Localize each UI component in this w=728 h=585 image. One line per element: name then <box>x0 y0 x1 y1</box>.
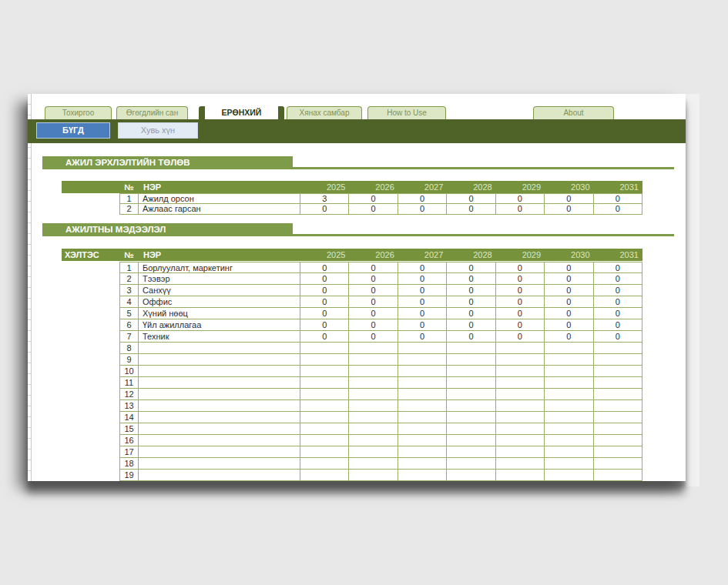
value-cell[interactable]: 0 <box>349 296 398 307</box>
value-cell[interactable] <box>398 389 447 399</box>
value-cell[interactable] <box>300 470 349 480</box>
value-cell[interactable] <box>349 446 398 457</box>
row-number-cell[interactable]: 9 <box>119 354 139 365</box>
value-cell[interactable] <box>545 423 593 434</box>
value-cell[interactable] <box>447 412 495 423</box>
value-cell[interactable]: 0 <box>398 204 447 214</box>
value-cell[interactable]: 0 <box>349 204 398 214</box>
value-cell[interactable]: 0 <box>447 204 495 214</box>
row-name-cell[interactable]: Борлуулалт, маркетинг <box>139 262 300 272</box>
value-cell[interactable] <box>447 470 495 480</box>
row-name-cell[interactable] <box>139 400 300 411</box>
value-cell[interactable] <box>300 389 349 399</box>
row-name-cell[interactable] <box>139 423 300 434</box>
value-cell[interactable]: 0 <box>447 308 495 319</box>
row-number-cell[interactable]: 17 <box>119 446 139 457</box>
sheet-tab-1[interactable]: Өгөгдлийн сан <box>116 106 188 119</box>
value-cell[interactable] <box>545 400 593 411</box>
value-cell[interactable] <box>447 366 495 376</box>
value-cell[interactable] <box>300 400 349 411</box>
row-name-cell[interactable] <box>139 446 300 457</box>
row-number-cell[interactable]: 2 <box>119 204 139 214</box>
value-cell[interactable] <box>398 354 447 365</box>
value-cell[interactable] <box>398 470 447 480</box>
row-number-cell[interactable]: 14 <box>119 412 139 423</box>
value-cell[interactable]: 0 <box>300 204 349 214</box>
row-number-cell[interactable]: 11 <box>119 377 139 388</box>
value-cell[interactable] <box>545 343 593 353</box>
value-cell[interactable] <box>447 389 495 399</box>
row-number-cell[interactable]: 4 <box>119 296 139 307</box>
value-cell[interactable]: 0 <box>496 296 545 307</box>
row-name-cell[interactable]: Үйл ажиллагаа <box>139 319 300 330</box>
value-cell[interactable]: 0 <box>545 262 593 272</box>
value-cell[interactable] <box>349 389 398 399</box>
value-cell[interactable] <box>594 377 642 388</box>
value-cell[interactable] <box>447 423 495 434</box>
value-cell[interactable] <box>594 366 642 376</box>
value-cell[interactable] <box>398 366 447 376</box>
value-cell[interactable]: 0 <box>447 273 495 284</box>
row-number-cell[interactable]: 19 <box>119 470 139 480</box>
value-cell[interactable] <box>594 458 642 469</box>
value-cell[interactable] <box>594 446 642 457</box>
row-name-cell[interactable]: Ажилд орсон <box>139 194 300 203</box>
value-cell[interactable] <box>398 446 447 457</box>
value-cell[interactable]: 0 <box>545 331 593 342</box>
value-cell[interactable]: 0 <box>300 331 349 342</box>
sheet-tab-2[interactable]: ЕРӨНХИЙ <box>199 106 284 120</box>
value-cell[interactable]: 0 <box>594 273 642 284</box>
value-cell[interactable]: 0 <box>594 319 642 330</box>
value-cell[interactable] <box>447 377 495 388</box>
value-cell[interactable] <box>447 435 495 446</box>
row-name-cell[interactable] <box>139 458 300 469</box>
value-cell[interactable] <box>349 343 398 353</box>
value-cell[interactable] <box>594 470 642 480</box>
row-name-cell[interactable]: Санхүү <box>139 285 300 296</box>
row-number-cell[interactable]: 13 <box>119 400 139 411</box>
value-cell[interactable]: 0 <box>300 296 349 307</box>
value-cell[interactable]: 0 <box>594 204 642 214</box>
row-name-cell[interactable] <box>139 470 300 480</box>
row-name-cell[interactable] <box>139 412 300 423</box>
value-cell[interactable] <box>496 423 545 434</box>
value-cell[interactable]: 0 <box>447 285 495 296</box>
value-cell[interactable] <box>496 354 545 365</box>
value-cell[interactable]: 3 <box>300 194 349 203</box>
value-cell[interactable]: 0 <box>496 262 545 272</box>
individual-button[interactable]: Хувь хүн <box>118 122 198 139</box>
value-cell[interactable] <box>349 354 398 365</box>
value-cell[interactable]: 0 <box>398 262 447 272</box>
value-cell[interactable] <box>300 435 349 446</box>
value-cell[interactable] <box>496 400 545 411</box>
value-cell[interactable]: 0 <box>594 194 642 203</box>
row-number-cell[interactable]: 2 <box>119 273 139 284</box>
value-cell[interactable] <box>398 400 447 411</box>
row-name-cell[interactable] <box>139 435 300 446</box>
value-cell[interactable] <box>496 470 545 480</box>
value-cell[interactable] <box>300 343 349 353</box>
row-name-cell[interactable]: Оффис <box>139 296 300 307</box>
value-cell[interactable]: 0 <box>545 273 593 284</box>
sheet-tab-0[interactable]: Тохиргоо <box>45 106 112 119</box>
value-cell[interactable]: 0 <box>398 296 447 307</box>
value-cell[interactable]: 0 <box>300 319 349 330</box>
value-cell[interactable] <box>349 423 398 434</box>
value-cell[interactable] <box>594 423 642 434</box>
value-cell[interactable] <box>594 343 642 353</box>
value-cell[interactable] <box>398 458 447 469</box>
value-cell[interactable] <box>496 389 545 399</box>
value-cell[interactable] <box>545 366 593 376</box>
value-cell[interactable] <box>398 412 447 423</box>
value-cell[interactable]: 0 <box>447 296 495 307</box>
value-cell[interactable]: 0 <box>398 319 447 330</box>
value-cell[interactable]: 0 <box>447 194 495 203</box>
value-cell[interactable]: 0 <box>594 308 642 319</box>
value-cell[interactable] <box>496 377 545 388</box>
value-cell[interactable]: 0 <box>447 262 495 272</box>
value-cell[interactable]: 0 <box>447 319 495 330</box>
value-cell[interactable] <box>496 412 545 423</box>
value-cell[interactable] <box>300 412 349 423</box>
sheet-tab-4[interactable]: How to Use <box>367 106 446 119</box>
row-number-cell[interactable]: 8 <box>119 343 139 353</box>
